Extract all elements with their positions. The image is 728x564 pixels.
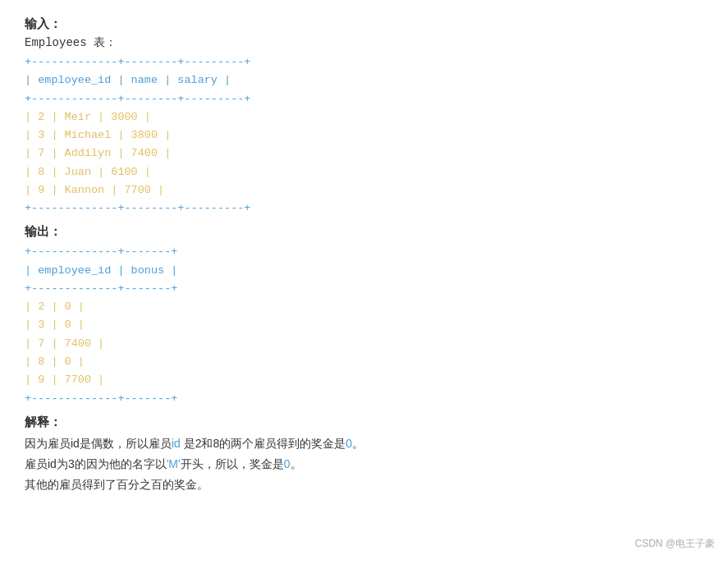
- output-table: +-------------+-------+ | employee_id | …: [25, 243, 703, 407]
- output-row-1: | 2 | 0 |: [25, 298, 703, 316]
- employees-row-3: | 7 | Addilyn | 7400 |: [25, 144, 703, 163]
- output-row-5: | 9 | 7700 |: [25, 371, 703, 389]
- explanation-text: 因为雇员id是偶数，所以雇员id 是2和8的两个雇员得到的奖金是0。 雇员id为…: [25, 433, 703, 496]
- exp-line1-end: 。: [352, 437, 364, 450]
- exp-line2-highlight1: 'M': [167, 457, 181, 470]
- employees-row-5: | 9 | Kannon | 7700 |: [25, 181, 703, 199]
- exp-line2-mid: 开头，所以，奖金是: [181, 457, 284, 470]
- output-row-2: | 3 | 0 |: [25, 316, 703, 334]
- employees-row-4: | 8 | Juan | 6100 |: [25, 163, 703, 181]
- employees-border-bottom: +-------------+--------+---------+: [25, 199, 703, 218]
- explanation-section: 解释： 因为雇员id是偶数，所以雇员id 是2和8的两个雇员得到的奖金是0。 雇…: [25, 415, 703, 496]
- employees-border-top: +-------------+--------+---------+: [25, 53, 703, 71]
- explanation-line1: 因为雇员id是偶数，所以雇员id 是2和8的两个雇员得到的奖金是0。: [25, 433, 703, 454]
- explanation-label: 解释：: [25, 415, 703, 430]
- exp-line2-end: 。: [291, 457, 302, 470]
- employees-header: | employee_id | name | salary |: [25, 71, 703, 89]
- exp-line1-pre: 因为雇员id是偶数，所以雇员: [25, 437, 172, 450]
- input-section: 输入： Employees 表： +-------------+--------…: [25, 16, 703, 218]
- explanation-line2: 雇员id为3的因为他的名字以'M'开头，所以，奖金是0。: [25, 454, 703, 475]
- explanation-line3: 其他的雇员得到了百分之百的奖金。: [25, 475, 703, 495]
- employees-border-mid: +-------------+--------+---------+: [25, 90, 703, 108]
- employees-row-2: | 3 | Michael | 3800 |: [25, 126, 703, 144]
- output-row-4: | 8 | 0 |: [25, 353, 703, 371]
- output-section: 输出： +-------------+-------+ | employee_i…: [25, 224, 703, 407]
- main-container: 输入： Employees 表： +-------------+--------…: [0, 0, 728, 564]
- output-label: 输出：: [25, 224, 703, 240]
- output-border-bottom: +-------------+-------+: [25, 390, 703, 408]
- output-row-3: | 7 | 7400 |: [25, 335, 703, 353]
- exp-line2-pre: 雇员id为3的因为他的名字以: [25, 457, 167, 470]
- exp-line1-highlight2: 0: [346, 437, 352, 450]
- output-border-mid: +-------------+-------+: [25, 280, 703, 298]
- exp-line1-highlight1: id: [172, 437, 181, 450]
- employees-row-1: | 2 | Meir | 3000 |: [25, 108, 703, 126]
- watermark: CSDN @电王子豪: [634, 537, 715, 551]
- exp-line2-highlight2: 0: [284, 457, 291, 470]
- output-border-top: +-------------+-------+: [25, 243, 703, 261]
- exp-line1-mid: 是2和8的两个雇员得到的奖金是: [181, 437, 346, 450]
- input-label: 输入：: [25, 16, 703, 32]
- input-table-name: Employees 表：: [25, 35, 703, 50]
- employees-table: +-------------+--------+---------+ | emp…: [25, 53, 703, 218]
- output-header: | employee_id | bonus |: [25, 262, 703, 280]
